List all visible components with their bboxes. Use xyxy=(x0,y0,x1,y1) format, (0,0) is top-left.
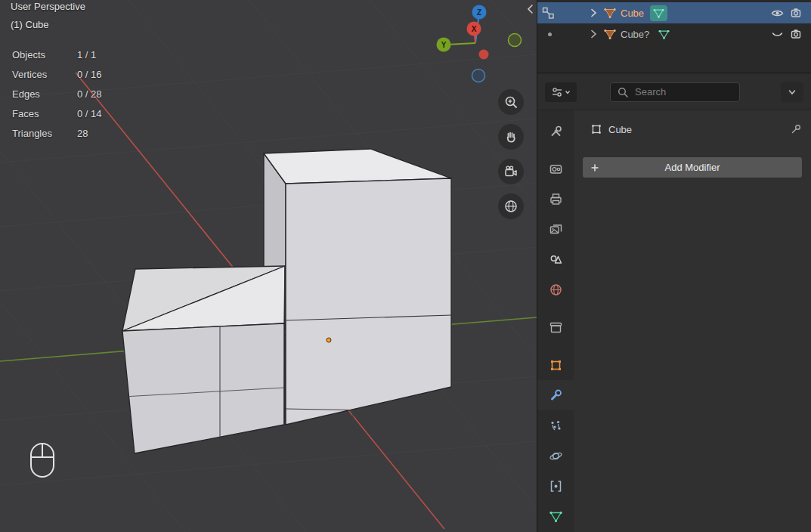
physics-icon xyxy=(549,449,563,463)
eye-open-icon xyxy=(771,7,784,20)
camera-icon xyxy=(503,164,518,179)
pin-icon[interactable] xyxy=(790,123,802,135)
add-modifier-label: Add Modifier xyxy=(665,162,720,173)
zoom-button[interactable] xyxy=(498,89,524,115)
stat-row: Faces 0 / 14 xyxy=(12,104,102,124)
search-input[interactable] xyxy=(633,85,733,98)
tab-modifiers[interactable] xyxy=(537,380,574,410)
mesh-data-icon xyxy=(658,29,670,40)
render-properties-icon xyxy=(549,162,563,176)
outliner-row-cube2[interactable]: Cube? xyxy=(537,23,811,45)
tab-constraints[interactable] xyxy=(537,471,574,501)
modifier-properties-content: Cube xyxy=(574,110,811,532)
disable-in-render-toggle[interactable] xyxy=(787,28,806,41)
outliner-panel: Cube xyxy=(537,0,811,73)
tab-tool[interactable] xyxy=(537,116,574,146)
object-origin-dot xyxy=(327,338,331,342)
properties-editor-icon xyxy=(551,86,563,98)
tab-output[interactable] xyxy=(537,184,574,214)
viewport-tool-column xyxy=(498,89,524,219)
view-layer-icon xyxy=(549,222,563,237)
mesh-data-icon xyxy=(653,8,664,19)
chevron-left-icon xyxy=(525,3,537,15)
cube-mesh xyxy=(122,149,451,453)
chevron-down-icon xyxy=(565,89,571,95)
active-object-label: (1) Cube xyxy=(11,16,85,34)
grid-sphere-icon xyxy=(503,199,518,214)
particles-icon xyxy=(549,419,563,433)
tool-icon xyxy=(549,124,563,138)
tab-scene[interactable] xyxy=(537,244,574,274)
object-name[interactable]: Cube xyxy=(621,8,644,19)
search-field[interactable] xyxy=(610,82,740,102)
object-properties-icon xyxy=(549,358,563,373)
scene-icon xyxy=(549,252,563,267)
plus-icon xyxy=(590,162,600,173)
mouse-icon xyxy=(29,442,55,481)
svg-text:X: X xyxy=(472,25,477,33)
3d-viewport[interactable]: User Perspective (1) Cube Objects 1 / 1 … xyxy=(0,0,537,532)
side-panel: Cube xyxy=(537,0,811,532)
expand-chevron-icon[interactable] xyxy=(587,7,599,19)
scene-statistics: Objects 1 / 1 Vertices 0 / 16 Edges 0 / … xyxy=(12,45,102,144)
hide-in-viewport-toggle[interactable] xyxy=(767,7,787,20)
add-modifier-button[interactable]: Add Modifier xyxy=(583,157,802,178)
object-name[interactable]: Cube? xyxy=(621,29,649,40)
mesh-data-badge[interactable] xyxy=(655,26,673,42)
stat-row: Triangles 28 xyxy=(12,124,102,144)
tab-object-data[interactable] xyxy=(537,501,574,531)
status-dot-icon xyxy=(548,32,552,36)
search-icon xyxy=(617,86,629,98)
svg-text:Y: Y xyxy=(441,41,447,49)
properties-panel: Cube xyxy=(537,74,811,532)
view-perspective-label: User Perspective xyxy=(11,0,85,16)
chevron-down-icon xyxy=(787,87,797,97)
hide-in-viewport-toggle[interactable] xyxy=(767,28,787,41)
properties-header xyxy=(537,74,811,110)
tab-object[interactable] xyxy=(537,350,574,380)
toggle-perspective-button[interactable] xyxy=(498,193,524,219)
wrench-icon xyxy=(549,388,563,403)
world-icon xyxy=(549,283,563,297)
blender-window: User Perspective (1) Cube Objects 1 / 1 … xyxy=(0,0,811,532)
properties-options-button[interactable] xyxy=(781,82,803,102)
disable-in-render-toggle[interactable] xyxy=(787,7,806,20)
stat-row: Vertices 0 / 16 xyxy=(12,65,102,85)
mesh-data-badge[interactable] xyxy=(650,5,667,21)
tab-collection[interactable] xyxy=(537,312,574,342)
viewport-info-text: User Perspective (1) Cube xyxy=(11,0,85,34)
editor-type-button[interactable] xyxy=(545,82,577,102)
linked-collection-icon xyxy=(542,7,555,20)
render-camera-icon xyxy=(791,28,803,41)
collection-icon xyxy=(549,320,563,335)
constraints-icon xyxy=(549,479,563,493)
stat-row: Edges 0 / 28 xyxy=(12,85,102,104)
pan-view-button[interactable] xyxy=(498,124,524,150)
svg-text:Z: Z xyxy=(477,8,481,17)
region-collapse-arrow[interactable] xyxy=(525,3,537,18)
gizmo-neg-y-axis xyxy=(509,34,522,47)
mesh-object-icon xyxy=(604,28,616,40)
tab-view-layer[interactable] xyxy=(537,214,574,244)
object-box-icon xyxy=(590,123,602,135)
printer-icon xyxy=(549,192,563,206)
outliner-row-cube[interactable]: Cube xyxy=(537,2,811,23)
camera-view-button[interactable] xyxy=(498,159,524,184)
tab-particles[interactable] xyxy=(537,410,574,441)
mesh-object-icon xyxy=(604,7,616,19)
eye-closed-icon xyxy=(771,28,784,41)
tab-render[interactable] xyxy=(537,153,574,184)
hand-icon xyxy=(503,129,518,144)
tab-world[interactable] xyxy=(537,274,574,305)
gizmo-neg-x-axis xyxy=(479,50,489,60)
gizmo-neg-z-axis xyxy=(472,70,485,82)
render-camera-icon xyxy=(791,7,803,20)
breadcrumb: Cube xyxy=(583,118,802,141)
zoom-icon xyxy=(503,94,518,110)
properties-tab-column xyxy=(537,110,574,532)
expand-chevron-icon[interactable] xyxy=(587,28,599,40)
navigation-gizmo[interactable]: Z X Y xyxy=(435,4,525,90)
tab-physics[interactable] xyxy=(537,441,574,471)
breadcrumb-object-name: Cube xyxy=(608,124,632,135)
stat-row: Objects 1 / 1 xyxy=(12,45,102,65)
